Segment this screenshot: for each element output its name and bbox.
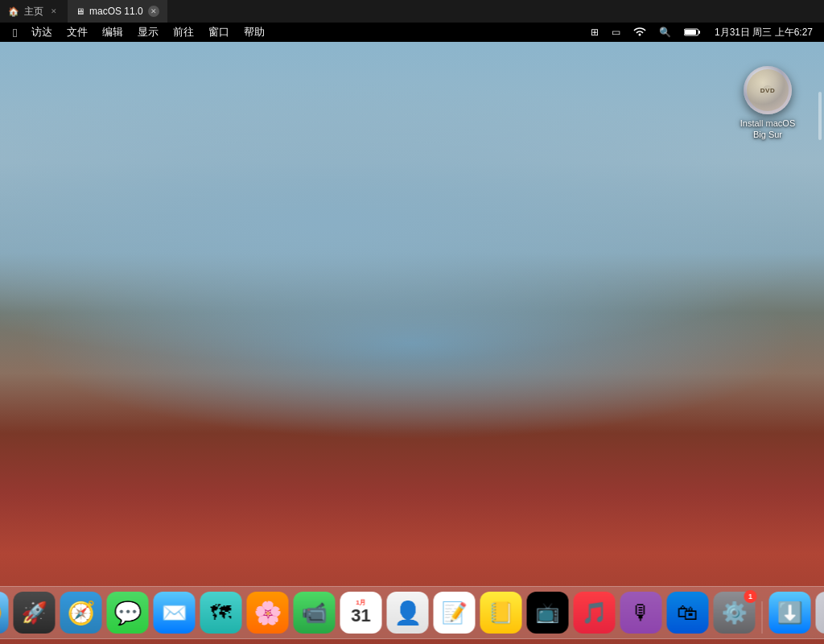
dvd-text: DVD [760, 87, 775, 94]
tab-home-label: 主页 [24, 5, 43, 19]
systemprefs-badge: 1 [744, 590, 757, 603]
window-icon-menu[interactable]: ▭ [607, 27, 625, 38]
install-macos-label: Install macOS Big Sur [735, 118, 800, 141]
tab-macos-close[interactable]: ✕ [148, 6, 159, 17]
scrollbar[interactable] [818, 84, 822, 580]
launchpad-icon: 🚀 [22, 601, 47, 625]
install-macos-icon[interactable]: DVD Install macOS Big Sur [735, 66, 800, 141]
reminders-icon: 📝 [442, 601, 468, 625]
finder-icon: 😊 [0, 599, 2, 627]
svg-rect-2 [698, 31, 700, 34]
calendar-icon: 1月 31 [351, 600, 370, 626]
dock-item-finder[interactable]: 😊 [0, 592, 9, 634]
dock-item-podcasts[interactable]: 🎙 [620, 592, 662, 634]
menu-view[interactable]: 显示 [131, 23, 165, 42]
dock-item-music[interactable]: 🎵 [574, 592, 616, 634]
safari-icon: 🧭 [67, 600, 95, 626]
dock-item-systemprefs[interactable]: ⚙️ 1 [714, 592, 756, 634]
tab-bar: 🏠 主页 ✕ 🖥 macOS 11.0 ✕ [0, 0, 824, 23]
mail-icon: ✉️ [162, 601, 187, 625]
desktop: DVD Install macOS Big Sur [0, 42, 824, 644]
menu-help[interactable]: 帮助 [237, 23, 271, 42]
scrollbar-thumb[interactable] [818, 92, 822, 140]
tab-home[interactable]: 🏠 主页 ✕ [0, 0, 68, 23]
apple-menu[interactable]:  [6, 23, 23, 42]
maps-icon: 🗺 [211, 601, 232, 625]
dvd-label: DVD [747, 69, 789, 111]
photos-icon: 🌸 [253, 600, 282, 626]
menu-window[interactable]: 窗口 [202, 23, 236, 42]
menu-right: ⊞ ▭ 🔍 1月31日 周三 上午6:27 [586, 26, 818, 39]
menu-go[interactable]: 前往 [167, 23, 200, 42]
systemprefs-icon: ⚙️ [722, 601, 748, 625]
svg-rect-1 [685, 30, 696, 35]
facetime-icon: 📹 [302, 601, 328, 625]
dock-item-downloader[interactable]: ⬇️ [769, 592, 811, 634]
messages-icon: 💬 [113, 600, 142, 626]
dock-item-mail[interactable]: ✉️ [154, 592, 196, 634]
battery-icon-menu[interactable] [679, 27, 707, 37]
clock-date[interactable]: 1月31日 周三 上午6:27 [710, 26, 818, 39]
music-icon: 🎵 [582, 601, 608, 625]
search-icon-menu[interactable]: 🔍 [654, 27, 676, 38]
dvd-disc: DVD [744, 66, 792, 114]
menu-file[interactable]: 文件 [60, 23, 94, 42]
tab-macos[interactable]: 🖥 macOS 11.0 ✕ [68, 0, 167, 23]
dock-item-appstore[interactable]: 🛍 [667, 592, 709, 634]
home-tab-icon: 🏠 [8, 6, 19, 17]
menu-bar:  访达 文件 编辑 显示 前往 窗口 帮助 ⊞ ▭ 🔍 1月31日 周三 上午… [0, 23, 824, 42]
contacts-icon: 👤 [393, 600, 422, 626]
dock-item-contacts[interactable]: 👤 [387, 592, 429, 634]
dock-item-messages[interactable]: 💬 [107, 592, 149, 634]
dock-item-photos[interactable]: 🌸 [247, 592, 289, 634]
dock-item-launchpad[interactable]: 🚀 [14, 592, 56, 634]
notes-icon: 📒 [488, 601, 514, 625]
dock-item-appletv[interactable]: 📺 [527, 592, 569, 634]
dock-item-trash[interactable]: 🗑 [816, 592, 825, 634]
appstore-icon: 🛍 [678, 601, 698, 625]
tab-home-close[interactable]: ✕ [48, 6, 60, 17]
menu-finder[interactable]: 访达 [25, 23, 59, 42]
dock-separator [762, 601, 763, 634]
dock-item-calendar[interactable]: 1月 31 [340, 592, 382, 634]
grid-icon-menu[interactable]: ⊞ [586, 27, 604, 38]
dock-item-safari[interactable]: 🧭 [60, 592, 102, 634]
downloader-icon: ⬇️ [777, 601, 803, 625]
wallpaper [0, 42, 824, 644]
tab-macos-label: macOS 11.0 [89, 6, 143, 17]
macos-tab-icon: 🖥 [76, 6, 84, 16]
wifi-icon-menu[interactable] [628, 27, 651, 37]
dock: 😊 🚀 🧭 💬 ✉️ 🗺 🌸 📹 1月 31 👤 📝 📒 [0, 586, 824, 639]
dock-item-notes[interactable]: 📒 [480, 592, 522, 634]
dock-item-maps[interactable]: 🗺 [200, 592, 242, 634]
appletv-icon: 📺 [536, 601, 560, 624]
dock-item-reminders[interactable]: 📝 [434, 592, 476, 634]
podcasts-icon: 🎙 [631, 601, 652, 625]
dock-item-facetime[interactable]: 📹 [294, 592, 336, 634]
menu-edit[interactable]: 编辑 [96, 23, 130, 42]
